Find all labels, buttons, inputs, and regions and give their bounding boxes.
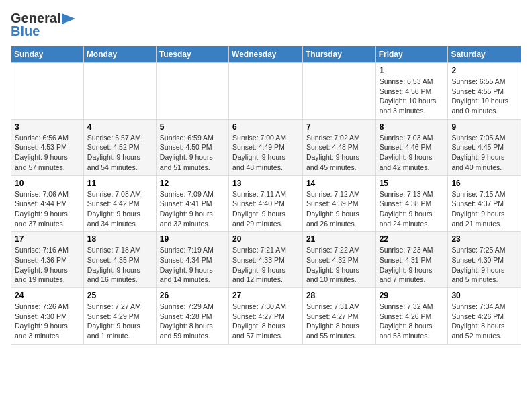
day-number: 16 (451, 179, 517, 188)
day-number: 24 (15, 291, 80, 300)
day-info: Sunrise: 7:11 AM Sunset: 4:40 PM Dayligh… (232, 189, 299, 229)
calendar-cell (229, 63, 303, 120)
day-info: Sunrise: 7:29 AM Sunset: 4:28 PM Dayligh… (160, 302, 225, 341)
calendar-cell: 8Sunrise: 7:03 AM Sunset: 4:46 PM Daylig… (375, 119, 448, 175)
day-info: Sunrise: 7:13 AM Sunset: 4:38 PM Dayligh… (380, 189, 445, 229)
day-number: 14 (306, 179, 372, 188)
day-info: Sunrise: 7:26 AM Sunset: 4:30 PM Dayligh… (15, 302, 80, 341)
day-info: Sunrise: 7:00 AM Sunset: 4:49 PM Dayligh… (232, 133, 299, 173)
calendar-cell (83, 63, 156, 120)
day-number: 1 (380, 66, 445, 75)
day-info: Sunrise: 7:25 AM Sunset: 4:30 PM Dayligh… (451, 245, 517, 285)
calendar-cell: 12Sunrise: 7:09 AM Sunset: 4:41 PM Dayli… (156, 175, 228, 232)
calendar-cell: 1Sunrise: 6:53 AM Sunset: 4:56 PM Daylig… (375, 63, 448, 120)
day-number: 20 (232, 234, 299, 244)
day-number: 22 (380, 234, 445, 244)
calendar-cell: 3Sunrise: 6:56 AM Sunset: 4:53 PM Daylig… (11, 119, 84, 175)
day-number: 9 (451, 122, 517, 132)
calendar-cell: 4Sunrise: 6:57 AM Sunset: 4:52 PM Daylig… (83, 119, 156, 175)
day-number: 15 (380, 179, 445, 188)
calendar-cell: 21Sunrise: 7:22 AM Sunset: 4:32 PM Dayli… (302, 232, 375, 288)
day-info: Sunrise: 7:02 AM Sunset: 4:48 PM Dayligh… (306, 133, 372, 173)
day-info: Sunrise: 7:31 AM Sunset: 4:27 PM Dayligh… (306, 302, 372, 341)
calendar-body: 1Sunrise: 6:53 AM Sunset: 4:56 PM Daylig… (11, 63, 521, 345)
calendar-week-row: 3Sunrise: 6:56 AM Sunset: 4:53 PM Daylig… (11, 119, 521, 175)
day-info: Sunrise: 7:22 AM Sunset: 4:32 PM Dayligh… (306, 245, 372, 285)
day-info: Sunrise: 7:21 AM Sunset: 4:33 PM Dayligh… (232, 245, 299, 285)
calendar-cell: 11Sunrise: 7:08 AM Sunset: 4:42 PM Dayli… (83, 175, 156, 232)
calendar-cell: 25Sunrise: 7:27 AM Sunset: 4:29 PM Dayli… (83, 288, 156, 345)
calendar-table: SundayMondayTuesdayWednesdayThursdayFrid… (11, 46, 521, 345)
day-number: 26 (160, 291, 225, 300)
day-number: 27 (232, 291, 299, 300)
day-number: 18 (87, 234, 152, 244)
day-info: Sunrise: 7:23 AM Sunset: 4:31 PM Dayligh… (380, 245, 445, 285)
calendar-cell: 26Sunrise: 7:29 AM Sunset: 4:28 PM Dayli… (156, 288, 228, 345)
day-number: 12 (160, 179, 225, 188)
day-info: Sunrise: 7:09 AM Sunset: 4:41 PM Dayligh… (160, 189, 225, 229)
day-number: 7 (306, 122, 372, 132)
calendar-week-row: 1Sunrise: 6:53 AM Sunset: 4:56 PM Daylig… (11, 63, 521, 120)
calendar-cell (11, 63, 84, 120)
calendar-cell: 28Sunrise: 7:31 AM Sunset: 4:27 PM Dayli… (302, 288, 375, 345)
calendar-cell: 7Sunrise: 7:02 AM Sunset: 4:48 PM Daylig… (302, 119, 375, 175)
weekday-header-wednesday: Wednesday (229, 46, 303, 63)
calendar-cell: 6Sunrise: 7:00 AM Sunset: 4:49 PM Daylig… (229, 119, 303, 175)
calendar-cell: 13Sunrise: 7:11 AM Sunset: 4:40 PM Dayli… (229, 175, 303, 232)
calendar-cell: 18Sunrise: 7:18 AM Sunset: 4:35 PM Dayli… (83, 232, 156, 288)
calendar-cell: 2Sunrise: 6:55 AM Sunset: 4:55 PM Daylig… (448, 63, 521, 120)
day-info: Sunrise: 7:18 AM Sunset: 4:35 PM Dayligh… (87, 245, 152, 285)
day-info: Sunrise: 7:27 AM Sunset: 4:29 PM Dayligh… (87, 302, 152, 341)
weekday-header-monday: Monday (83, 46, 156, 63)
page-header: General Blue (11, 11, 521, 39)
day-number: 13 (232, 179, 299, 188)
calendar-week-row: 10Sunrise: 7:06 AM Sunset: 4:44 PM Dayli… (11, 175, 521, 232)
day-number: 2 (451, 66, 517, 75)
day-number: 3 (15, 122, 80, 132)
day-info: Sunrise: 7:06 AM Sunset: 4:44 PM Dayligh… (15, 189, 80, 229)
day-info: Sunrise: 6:56 AM Sunset: 4:53 PM Dayligh… (15, 133, 80, 173)
day-info: Sunrise: 6:55 AM Sunset: 4:55 PM Dayligh… (451, 77, 517, 116)
day-number: 21 (306, 234, 372, 244)
weekday-header-tuesday: Tuesday (156, 46, 228, 63)
calendar-cell: 10Sunrise: 7:06 AM Sunset: 4:44 PM Dayli… (11, 175, 84, 232)
day-number: 4 (87, 122, 152, 132)
calendar-cell: 5Sunrise: 6:59 AM Sunset: 4:50 PM Daylig… (156, 119, 228, 175)
logo-arrow-icon (62, 13, 75, 24)
calendar-cell: 15Sunrise: 7:13 AM Sunset: 4:38 PM Dayli… (375, 175, 448, 232)
day-number: 30 (451, 291, 517, 300)
calendar-cell: 30Sunrise: 7:34 AM Sunset: 4:26 PM Dayli… (448, 288, 521, 345)
calendar-cell: 14Sunrise: 7:12 AM Sunset: 4:39 PM Dayli… (302, 175, 375, 232)
day-info: Sunrise: 6:53 AM Sunset: 4:56 PM Dayligh… (380, 77, 445, 116)
svg-marker-0 (62, 13, 75, 24)
day-info: Sunrise: 7:08 AM Sunset: 4:42 PM Dayligh… (87, 189, 152, 229)
day-info: Sunrise: 7:34 AM Sunset: 4:26 PM Dayligh… (451, 302, 517, 341)
day-info: Sunrise: 7:16 AM Sunset: 4:36 PM Dayligh… (15, 245, 80, 285)
logo: General Blue (11, 11, 75, 39)
calendar-cell: 24Sunrise: 7:26 AM Sunset: 4:30 PM Dayli… (11, 288, 84, 345)
calendar-cell: 17Sunrise: 7:16 AM Sunset: 4:36 PM Dayli… (11, 232, 84, 288)
day-info: Sunrise: 7:05 AM Sunset: 4:45 PM Dayligh… (451, 133, 517, 173)
calendar-cell: 29Sunrise: 7:32 AM Sunset: 4:26 PM Dayli… (375, 288, 448, 345)
day-number: 19 (160, 234, 225, 244)
calendar-week-row: 24Sunrise: 7:26 AM Sunset: 4:30 PM Dayli… (11, 288, 521, 345)
calendar-cell: 16Sunrise: 7:15 AM Sunset: 4:37 PM Dayli… (448, 175, 521, 232)
day-number: 29 (380, 291, 445, 300)
day-info: Sunrise: 7:32 AM Sunset: 4:26 PM Dayligh… (380, 302, 445, 341)
calendar-cell: 9Sunrise: 7:05 AM Sunset: 4:45 PM Daylig… (448, 119, 521, 175)
calendar-cell: 19Sunrise: 7:19 AM Sunset: 4:34 PM Dayli… (156, 232, 228, 288)
day-info: Sunrise: 7:12 AM Sunset: 4:39 PM Dayligh… (306, 189, 372, 229)
calendar-cell (156, 63, 228, 120)
weekday-header-sunday: Sunday (11, 46, 84, 63)
day-info: Sunrise: 6:57 AM Sunset: 4:52 PM Dayligh… (87, 133, 152, 173)
day-number: 28 (306, 291, 372, 300)
weekday-header-saturday: Saturday (448, 46, 521, 63)
weekday-header-thursday: Thursday (302, 46, 375, 63)
calendar-header-row: SundayMondayTuesdayWednesdayThursdayFrid… (11, 46, 521, 63)
logo-blue-text: Blue (11, 24, 40, 39)
day-info: Sunrise: 7:15 AM Sunset: 4:37 PM Dayligh… (451, 189, 517, 229)
calendar-cell: 22Sunrise: 7:23 AM Sunset: 4:31 PM Dayli… (375, 232, 448, 288)
day-number: 11 (87, 179, 152, 188)
weekday-header-friday: Friday (375, 46, 448, 63)
calendar-cell: 20Sunrise: 7:21 AM Sunset: 4:33 PM Dayli… (229, 232, 303, 288)
